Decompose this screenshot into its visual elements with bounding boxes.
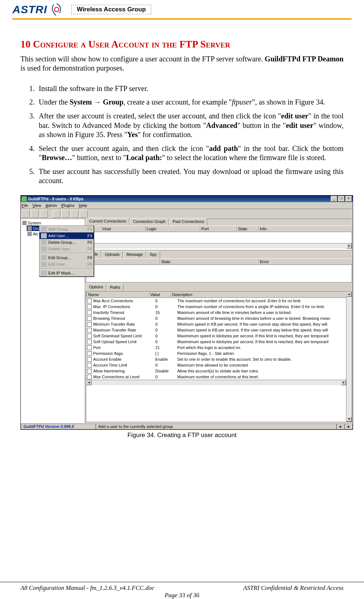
scroll-right-icon[interactable]: ▸ [341, 380, 346, 385]
menu-view[interactable]: View [33, 203, 41, 208]
menu-plugins[interactable]: Plugins [61, 203, 75, 208]
tab[interactable]: Spy [147, 251, 160, 258]
minimize-button[interactable]: _ [331, 196, 337, 202]
option-row[interactable]: Soft Download Speed Limit0Maximimum spee… [86, 333, 346, 339]
close-button[interactable]: × [345, 196, 352, 202]
toolbar-button[interactable] [52, 210, 60, 218]
checkbox-icon[interactable] [87, 328, 92, 333]
option-row[interactable]: Permission flags.[ ]Permission flags. 1 … [86, 350, 346, 356]
option-row[interactable]: Account EnableEnableSet to one in order … [86, 356, 346, 362]
menu-item-icon [41, 233, 47, 238]
app-icon [22, 196, 27, 201]
scrollbar-horizontal[interactable]: ◂▸ [86, 243, 352, 249]
checkbox-icon[interactable] [87, 357, 92, 362]
option-row[interactable]: Max Connections at Level0Maximum number … [86, 374, 346, 380]
scrollbar-horizontal[interactable]: ◂▸ [86, 380, 346, 385]
tab[interactable]: Current Connections [86, 218, 129, 225]
step-3: After the user account is created, selec… [37, 109, 344, 142]
checkbox-icon[interactable] [87, 304, 92, 309]
columns-transfers: meStatsError [86, 259, 352, 265]
checkbox-icon[interactable] [87, 351, 92, 356]
option-row[interactable]: Maximum Transfer Rate0Maximum speed in K… [86, 327, 346, 333]
option-row[interactable]: Soft Upload Speed Limit0Maximimum speed … [86, 339, 346, 345]
figure-caption: Figure 34. Creating a FTP user account [20, 431, 344, 439]
checkbox-icon[interactable] [87, 345, 92, 350]
grid-connections[interactable] [86, 232, 352, 243]
column-header[interactable]: me [86, 259, 159, 264]
checkbox-icon[interactable] [87, 375, 92, 379]
menu-file[interactable]: File [22, 203, 28, 208]
column-header[interactable]: Port [200, 226, 236, 231]
checkbox-icon[interactable] [87, 310, 92, 315]
menu-help[interactable]: Help [79, 203, 87, 208]
checkbox-icon[interactable] [87, 299, 92, 303]
scroll-left-icon[interactable]: ◂ [86, 380, 91, 385]
tab[interactable]: Paths [107, 284, 124, 291]
column-header[interactable]: Stats [159, 259, 258, 264]
menu-admin[interactable]: Admin [45, 203, 57, 208]
footer-left: A8 Configuration Manual - fm_1.2.6.3_v4.… [20, 584, 243, 592]
toolbar-button[interactable] [40, 210, 48, 218]
column-header[interactable]: Info [258, 226, 352, 231]
toolbar-button[interactable] [80, 210, 88, 218]
menu-item-icon [41, 262, 47, 267]
tab[interactable]: Past Connections [169, 218, 207, 225]
context-menu: Add Group…F2Add User…F3Delete Group…F5De… [39, 225, 94, 277]
menu-item-icon [41, 240, 47, 245]
checkbox-icon[interactable] [87, 369, 92, 374]
checkbox-icon[interactable] [87, 363, 92, 368]
maximize-button[interactable]: □ [338, 196, 345, 202]
status-indicator-icon: ● [337, 424, 345, 429]
titlebar[interactable]: GuildFTPd - 0 users - 0 KBps _ □ × [21, 196, 353, 202]
option-row[interactable]: Port21Port which this login is accepted … [86, 345, 346, 350]
option-row[interactable]: Minimum Transfer Rate0Minimum speed in K… [86, 321, 346, 327]
checkbox-icon[interactable] [87, 316, 92, 321]
checkbox-icon[interactable] [87, 334, 92, 338]
column-header[interactable]: Login [145, 226, 200, 231]
scroll-right-icon[interactable]: ▸ [346, 243, 352, 249]
context-menu-item[interactable]: Delete Group…F5 [39, 239, 94, 246]
column-header[interactable]: Description [170, 292, 346, 297]
toolbar-button[interactable] [61, 210, 69, 218]
options-grid[interactable]: NameValueDescription Max Acct Connection… [86, 292, 346, 422]
page-header: ASTRI Wireless Access Group [0, 0, 364, 17]
column-header[interactable]: Error [258, 259, 352, 264]
scroll-down-icon[interactable]: ▾ [346, 417, 352, 422]
column-header[interactable]: Host [101, 226, 145, 231]
checkbox-icon[interactable] [87, 340, 92, 344]
column-header[interactable]: Name [86, 292, 148, 297]
checkbox-icon[interactable] [87, 322, 92, 327]
statusbar: GuildFTPd Version 0.999.5 Add a user to … [21, 423, 353, 430]
menu-item-icon [41, 227, 47, 232]
context-menu-item: Edit User…F9 [39, 261, 94, 268]
tab[interactable]: Uploads [102, 251, 123, 258]
step-1: Install the software in the FTP server. [37, 82, 344, 96]
option-row[interactable]: Account Time Limit0Maximum time allowed … [86, 362, 346, 368]
toolbar [21, 209, 353, 219]
toolbar-button[interactable] [22, 210, 30, 218]
option-row[interactable]: Inactivity Timeout15Maximum amount of id… [86, 310, 346, 315]
section-intro: This section will show how to configure … [20, 54, 344, 73]
option-row[interactable]: Max. IP Connections0The maximum number o… [86, 304, 346, 310]
context-menu-item[interactable]: Edit Group…F8 [39, 254, 94, 261]
column-header[interactable]: Value [148, 292, 170, 297]
logo-swirl-icon [49, 2, 64, 17]
option-row[interactable]: Max Acct Connections0The maximum number … [86, 298, 346, 304]
context-menu-item[interactable]: Add User…F3 [39, 232, 94, 239]
grid-transfers[interactable] [86, 265, 352, 276]
option-row[interactable]: Allow HammeringDisableAllow this account… [86, 368, 346, 374]
menubar: File View Admin Plugins Help [21, 202, 353, 209]
tab[interactable]: Options [86, 284, 106, 291]
tree-node-system[interactable]: System [22, 220, 84, 225]
option-row[interactable]: Browsing Timeout0Maximum amount of brows… [86, 315, 346, 321]
toolbar-button[interactable] [31, 210, 39, 218]
tab[interactable]: Message [123, 251, 146, 258]
toolbar-button[interactable] [71, 210, 79, 218]
tree-pane[interactable]: System Group Alc Add Group…F2Add User…F3… [21, 219, 85, 423]
column-header[interactable]: State [236, 226, 258, 231]
section-heading: 10 Configure a User Account in the FTP S… [20, 38, 344, 51]
scroll-up-icon[interactable]: ▴ [346, 292, 352, 297]
context-menu-item[interactable]: Edit IP Mask… [39, 270, 94, 276]
tab[interactable]: Connection Graph [130, 218, 169, 225]
scrollbar-vertical[interactable]: ▴▾ [346, 292, 352, 422]
